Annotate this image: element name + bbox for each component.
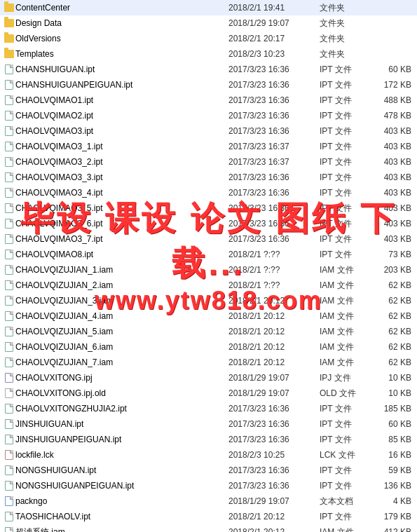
list-item[interactable]: CHAOLVQIMAO3_1.ipt2017/3/23 16:37IPT 文件4… [0, 139, 417, 154]
file-date: 2018/2/1 ?:?? [228, 250, 320, 259]
file-type: OLD 文件 [320, 388, 376, 400]
list-item[interactable]: CHANSHUIGUANPEIGUAN.ipt2017/3/23 16:36IP… [0, 77, 417, 93]
file-size: 403 KB [376, 142, 414, 151]
list-item[interactable]: JINSHUIGUAN.ipt2017/3/23 16:36IPT 文件60 K… [0, 416, 417, 432]
file-type: 文本文档 [320, 496, 376, 507]
file-name: JINSHUIGUANPEIGUAN.ipt [15, 435, 228, 444]
list-item[interactable]: ContentCenter2018/2/1 19:41文件夹 [0, 0, 417, 15]
list-item[interactable]: CHAOLVQIMAO3.ipt2017/3/23 16:36IPT 文件403… [0, 123, 417, 139]
list-item[interactable]: CHAOLVQIZUJIAN_3.iam2018/2/1 20:12IAM 文件… [0, 293, 417, 308]
file-date: 2017/3/23 16:36 [228, 188, 320, 198]
list-item[interactable]: CHAOLVQIMAO3_3.ipt2017/3/23 16:36IPT 文件4… [0, 170, 417, 185]
file-type: LCK 文件 [320, 449, 376, 461]
file-type: IPT 文件 [320, 403, 376, 415]
lck-file-icon [5, 450, 13, 460]
list-item[interactable]: CHAOLVQIZUJIAN_2.iam2018/2/1 ?:??IAM 文件6… [0, 278, 417, 293]
file-date: 2017/3/23 16:36 [228, 435, 320, 444]
file-type: IAM 文件 [320, 326, 376, 338]
list-item[interactable]: CHAOLVQIMAO2.ipt2017/3/23 16:36IPT 文件478… [0, 108, 417, 123]
file-size: 62 KB [376, 311, 414, 321]
list-item[interactable]: OldVersions2018/2/1 20:17文件夹 [0, 31, 417, 46]
file-size: 62 KB [376, 280, 414, 290]
file-type: IAM 文件 [320, 264, 376, 276]
file-name: TAOSHICHAOLV.ipt [15, 512, 228, 521]
list-item[interactable]: CHAOLVXITONGZHUJIA2.ipt2017/3/23 16:36IP… [0, 401, 417, 416]
file-type: IPT 文件 [320, 141, 376, 153]
file-name: CHAOLVQIMAO3_4.ipt [15, 188, 228, 198]
list-item[interactable]: JINSHUIGUANPEIGUAN.ipt2017/3/23 16:36IPT… [0, 432, 417, 447]
file-type: IPT 文件 [320, 95, 376, 107]
list-item[interactable]: packngo2018/1/29 19:07文本文档4 KB [0, 493, 417, 509]
list-item[interactable]: Design Data2018/1/29 19:07文件夹 [0, 15, 417, 31]
file-date: 2017/3/23 16:36 [228, 404, 320, 414]
file-name: CHAOLVQIZUJIAN_6.iam [15, 342, 228, 352]
list-item[interactable]: lockfile.lck2018/2/3 10:25LCK 文件16 KB [0, 447, 417, 463]
file-name: CHANSHUIGUANPEIGUAN.ipt [15, 80, 228, 90]
list-item[interactable]: CHANSHUIGUAN.ipt2017/3/23 16:36IPT 文件60 … [0, 62, 417, 77]
file-date: 2018/1/29 19:07 [228, 373, 320, 383]
file-name: CHAOLVQIMAO2.ipt [15, 111, 228, 121]
file-name: 超滤系统.iam [15, 526, 228, 533]
list-item[interactable]: CHAOLVQIMAO1.ipt2017/3/23 16:36IPT 文件488… [0, 93, 417, 108]
file-type: IAM 文件 [320, 311, 376, 322]
file-date: 2017/3/23 16:36 [228, 172, 320, 182]
list-item[interactable]: NONGSHUIGUAN.ipt2017/3/23 16:36IPT 文件59 … [0, 463, 417, 478]
file-name: CHAOLVXITONG.ipj [15, 373, 228, 383]
file-name: CHAOLVQIZUJIAN_4.iam [15, 311, 228, 321]
file-size: 412 KB [376, 527, 414, 532]
iam-file-icon [5, 527, 13, 532]
list-item[interactable]: CHAOLVQIMAO3_5.ipt2017/3/23 16:36IPT 文件4… [0, 200, 417, 216]
file-date: 2018/2/3 10:23 [228, 49, 320, 59]
file-size: 85 KB [376, 435, 414, 444]
file-name: lockfile.lck [15, 450, 228, 460]
file-date: 2018/2/1 20:12 [228, 342, 320, 352]
file-name: CHAOLVQIMAO3_5.ipt [15, 203, 228, 213]
list-item[interactable]: CHAOLVQIMAO3_4.ipt2017/3/23 16:36IPT 文件4… [0, 185, 417, 200]
list-item[interactable]: NONGSHUIGUANPEIGUAN.ipt2017/3/23 16:36IP… [0, 478, 417, 493]
list-item[interactable]: CHAOLVQIMAO8.ipt2018/2/1 ?:??IPT 文件73 KB [0, 247, 417, 262]
list-item[interactable]: CHAOLVXITONG.ipj.old2018/1/29 19:07OLD 文… [0, 386, 417, 401]
list-item[interactable]: CHAOLVXITONG.ipj2018/1/29 19:07IPJ 文件10 … [0, 370, 417, 386]
file-type: IAM 文件 [320, 295, 376, 307]
list-item[interactable]: CHAOLVQIZUJIAN_6.iam2018/2/1 20:12IAM 文件… [0, 339, 417, 355]
file-date: 2018/2/1 20:12 [228, 527, 320, 532]
list-item[interactable]: Templates2018/2/3 10:23文件夹 [0, 46, 417, 62]
file-date: 2017/3/23 16:36 [228, 481, 320, 491]
folder-icon [4, 19, 14, 27]
file-type: IAM 文件 [320, 280, 376, 292]
ipt-file-icon [5, 419, 13, 429]
ipt-file-icon [5, 111, 13, 121]
list-item[interactable]: CHAOLVQIZUJIAN_4.iam2018/2/1 20:12IAM 文件… [0, 308, 417, 324]
list-item[interactable]: 超滤系统.iam2018/2/1 20:12IAM 文件412 KB [0, 524, 417, 532]
file-date: 2018/1/29 19:07 [228, 18, 320, 28]
list-item[interactable]: CHAOLVQIMAO3_6.ipt2017/3/23 16:36IPT 文件4… [0, 216, 417, 231]
file-name: CHAOLVQIZUJIAN_1.iam [15, 265, 228, 275]
file-name: CHAOLVQIMAO3.ipt [15, 126, 228, 136]
list-item[interactable]: CHAOLVQIZUJIAN_1.iam2018/2/1 ?:??IAM 文件2… [0, 262, 417, 278]
file-type: IPT 文件 [320, 465, 376, 477]
file-date: 2018/2/1 20:12 [228, 311, 320, 321]
file-date: 2018/2/1 ?:?? [228, 265, 320, 275]
file-date: 2017/3/23 16:36 [228, 419, 320, 429]
file-name: CHAOLVQIMAO3_2.ipt [15, 157, 228, 167]
file-size: 62 KB [376, 357, 414, 367]
file-type: IPT 文件 [320, 172, 376, 184]
file-size: 4 KB [376, 496, 414, 506]
list-item[interactable]: TAOSHICHAOLV.ipt2018/2/1 20:12IPT 文件179 … [0, 509, 417, 524]
list-item[interactable]: CHAOLVQIZUJIAN_7.iam2018/2/1 20:12IAM 文件… [0, 355, 417, 370]
file-name: CHAOLVQIMAO3_6.ipt [15, 219, 228, 229]
iam-file-icon [5, 265, 13, 275]
file-type: IPT 文件 [320, 249, 376, 261]
list-item[interactable]: CHAOLVQIMAO3_2.ipt2017/3/23 16:37IPT 文件4… [0, 154, 417, 170]
file-date: 2017/3/23 16:37 [228, 157, 320, 167]
list-item[interactable]: CHAOLVQIZUJIAN_5.iam2018/2/1 20:12IAM 文件… [0, 324, 417, 339]
file-type: 文件夹 [320, 33, 376, 45]
file-date: 2018/1/29 19:07 [228, 388, 320, 398]
ipt-file-icon [5, 203, 13, 213]
file-name: CHAOLVQIMAO8.ipt [15, 250, 228, 259]
file-size: 403 KB [376, 126, 414, 136]
file-type: IPT 文件 [320, 187, 376, 199]
list-item[interactable]: CHAOLVQIMAO3_7.ipt2017/3/23 16:36IPT 文件4… [0, 231, 417, 247]
file-date: 2017/3/23 16:36 [228, 95, 320, 105]
file-date: 2017/3/23 16:36 [228, 219, 320, 229]
